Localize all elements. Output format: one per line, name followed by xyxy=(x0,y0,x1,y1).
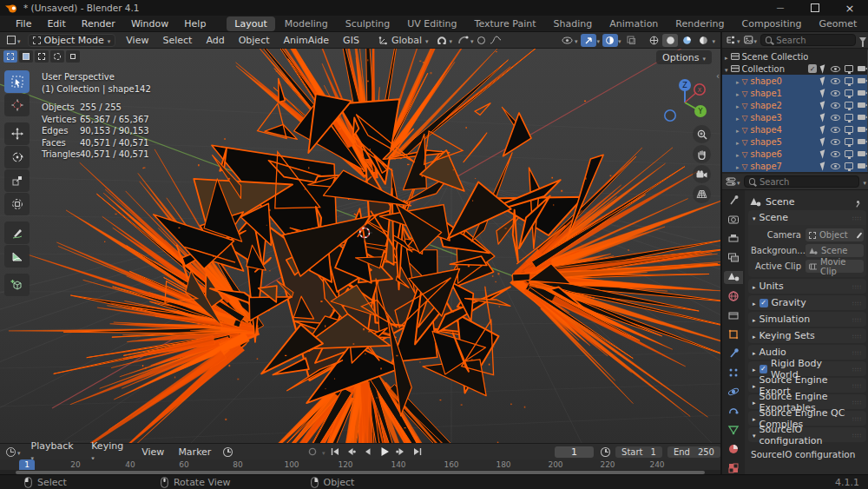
proportional-falloff-dropdown[interactable] xyxy=(457,35,474,46)
expand-icon[interactable] xyxy=(736,76,740,86)
outliner-search-input[interactable] xyxy=(776,36,851,45)
tab-particles-icon[interactable] xyxy=(724,366,743,379)
menu-view-timeline[interactable]: View xyxy=(135,446,171,458)
shading-solid-button[interactable] xyxy=(662,34,678,47)
disable-render-icon[interactable] xyxy=(858,78,865,83)
disable-viewport-icon[interactable] xyxy=(845,162,853,169)
timeline-ruler[interactable]: 1 20406080100120140160180200220240 xyxy=(0,459,720,470)
active-clip-field[interactable]: Movie Clip xyxy=(806,260,864,273)
playhead[interactable]: 1 xyxy=(19,459,35,470)
select-subtract-button[interactable] xyxy=(35,50,49,63)
menu-object[interactable]: Object xyxy=(232,35,277,46)
tab-animation[interactable]: Animation xyxy=(602,17,666,31)
minimize-button[interactable] xyxy=(774,2,786,14)
next-keyframe-button[interactable] xyxy=(394,446,408,458)
expand-icon[interactable] xyxy=(736,89,740,98)
panel-checkbox[interactable] xyxy=(760,299,768,307)
proportional-edit-toggle[interactable] xyxy=(474,34,490,47)
panel-gravity[interactable]: Gravity xyxy=(748,295,866,310)
menu-file[interactable]: File xyxy=(8,16,39,31)
camera-field[interactable]: Object xyxy=(806,228,864,241)
disable-viewport-icon[interactable] xyxy=(845,138,853,145)
disable-viewport-icon[interactable] xyxy=(845,89,853,96)
properties-search-input[interactable] xyxy=(760,177,855,187)
selectable-icon[interactable] xyxy=(820,113,828,122)
panel-drag-icon[interactable] xyxy=(852,212,862,223)
filter-funnel-icon[interactable] xyxy=(859,37,866,43)
selectable-icon[interactable] xyxy=(820,137,828,147)
tab-data-icon[interactable] xyxy=(724,423,743,436)
navigation-gizmo[interactable]: Z Y X xyxy=(660,76,710,127)
current-frame-field[interactable]: 1 xyxy=(555,446,595,458)
transform-tool[interactable] xyxy=(4,193,30,215)
sidebar-collapse-arrow[interactable]: ‹ xyxy=(716,71,720,81)
jump-to-start-button[interactable] xyxy=(328,446,342,458)
tab-rendering[interactable]: Rendering xyxy=(667,17,732,31)
outliner-row-shape[interactable]: shape0 xyxy=(722,75,868,87)
panel-keying-sets[interactable]: Keying Sets xyxy=(748,328,866,343)
outliner-row-collection[interactable]: Collection xyxy=(722,63,868,75)
panel-units[interactable]: Units xyxy=(748,279,866,294)
panel-drag-icon[interactable] xyxy=(852,380,862,391)
ortho-toggle-button[interactable] xyxy=(693,185,711,203)
overlays-toggle[interactable] xyxy=(602,34,618,47)
panel-drag-icon[interactable] xyxy=(852,281,862,292)
camera-view-button[interactable] xyxy=(693,165,711,183)
outliner-row-shape[interactable]: shape1 xyxy=(722,87,868,99)
selectable-icon[interactable] xyxy=(820,76,828,86)
expand-icon[interactable] xyxy=(736,113,740,122)
selectable-icon[interactable] xyxy=(820,89,828,98)
timeline-scrollbar[interactable] xyxy=(16,471,705,474)
tab-scene-icon[interactable] xyxy=(724,271,743,284)
disable-viewport-icon[interactable] xyxy=(845,126,853,133)
tab-object-icon[interactable] xyxy=(724,328,743,341)
panel-drag-icon[interactable] xyxy=(852,413,862,424)
disable-render-icon[interactable] xyxy=(858,163,865,169)
viewport-3d[interactable]: User Perspective (1) Collection | shape1… xyxy=(0,49,720,443)
annotate-tool[interactable] xyxy=(4,221,30,244)
panel-scene[interactable]: Scene xyxy=(748,210,866,225)
tab-view-layer-icon[interactable] xyxy=(724,252,743,265)
outliner-search[interactable] xyxy=(760,34,856,46)
menu-edit[interactable]: Edit xyxy=(39,16,73,31)
disable-viewport-icon[interactable] xyxy=(845,65,853,72)
visibility-dropdown[interactable] xyxy=(562,35,578,46)
hide-icon[interactable] xyxy=(831,151,840,157)
expand-icon[interactable] xyxy=(736,125,740,135)
tab-constraints-icon[interactable] xyxy=(724,404,743,417)
select-intersect-button[interactable] xyxy=(66,50,80,63)
record-button[interactable] xyxy=(306,446,319,458)
disable-render-icon[interactable] xyxy=(858,102,865,108)
autokey-clock-icon[interactable] xyxy=(223,447,233,457)
disable-render-icon[interactable] xyxy=(858,90,865,96)
jump-to-end-button[interactable] xyxy=(411,446,424,458)
rotate-tool[interactable] xyxy=(4,146,30,169)
zoom-button[interactable] xyxy=(693,125,711,143)
tab-geometry-nodes[interactable]: Geomet xyxy=(811,17,865,31)
menu-animaide[interactable]: AnimAide xyxy=(277,35,337,46)
falloff-curve-icon[interactable] xyxy=(490,36,502,44)
prev-keyframe-button[interactable] xyxy=(345,446,358,458)
disable-render-icon[interactable] xyxy=(858,139,865,144)
tab-output-icon[interactable] xyxy=(724,233,743,246)
disable-render-icon[interactable] xyxy=(858,66,865,71)
outliner-row-shape[interactable]: shape3 xyxy=(722,111,868,123)
disable-viewport-icon[interactable] xyxy=(845,150,853,157)
snap-dropdown[interactable] xyxy=(437,35,452,46)
move-tool[interactable] xyxy=(4,122,30,145)
panel-drag-icon[interactable] xyxy=(852,429,862,440)
hide-icon[interactable] xyxy=(831,78,840,84)
outliner-row-shape[interactable]: shape7 xyxy=(722,160,868,172)
panel-drag-icon[interactable] xyxy=(852,347,862,358)
timeline-editor-type-button[interactable] xyxy=(0,446,24,458)
exclude-checkbox[interactable] xyxy=(808,64,817,73)
tab-compositing[interactable]: Compositing xyxy=(734,17,810,31)
panel-simulation[interactable]: Simulation xyxy=(748,312,866,327)
selectable-icon[interactable] xyxy=(820,125,828,135)
expand-icon[interactable] xyxy=(725,52,728,62)
play-button[interactable] xyxy=(378,446,391,458)
editor-type-button[interactable] xyxy=(0,35,24,46)
panel-drag-icon[interactable] xyxy=(852,314,862,325)
menu-view[interactable]: View xyxy=(119,35,155,46)
tab-layout[interactable]: Layout xyxy=(227,17,274,31)
